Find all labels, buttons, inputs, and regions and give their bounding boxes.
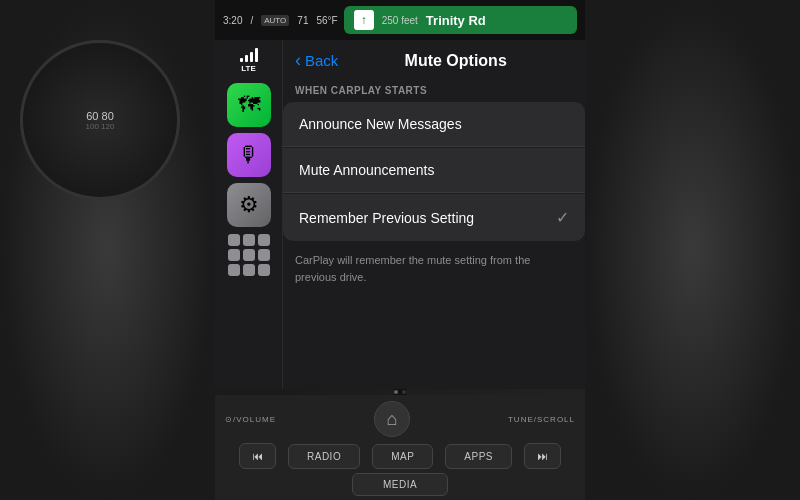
controls-row1: ⊙/VOLUME ⌂ TUNE/SCROLL (215, 401, 585, 437)
settings-icon: ⚙ (239, 192, 259, 218)
grid-dot (243, 264, 255, 276)
dash-right (585, 0, 800, 500)
grid-dot (243, 234, 255, 246)
sidebar-item-grid[interactable] (227, 233, 271, 277)
apps-button[interactable]: APPS (445, 444, 512, 469)
section-header: WHEN CARPLAY STARTS (283, 81, 585, 102)
media-button[interactable]: MEDIA (352, 473, 448, 496)
grid-dot (258, 249, 270, 261)
tune-label: TUNE/SCROLL (508, 415, 575, 424)
nav-distance: 250 feet (382, 15, 418, 26)
signal-bar-4 (255, 48, 258, 62)
speedometer-sublabel: 100 120 (86, 122, 115, 131)
slash: / (250, 15, 253, 26)
temp-inside: 71 (297, 15, 308, 26)
home-icon: ⌂ (387, 409, 398, 430)
home-button[interactable]: ⌂ (374, 401, 410, 437)
temp-outside: 56°F (316, 15, 337, 26)
menu-item-mute[interactable]: Mute Announcements (283, 148, 585, 193)
grid-dot (228, 234, 240, 246)
menu-item-remember-label: Remember Previous Setting (299, 210, 474, 226)
sidebar-item-podcasts[interactable]: 🎙 (227, 133, 271, 177)
center-console: 3:20 / AUTO 71 56°F ↑ 250 feet Trinity R… (215, 0, 585, 500)
signal-area: LTE (240, 48, 258, 73)
radio-button[interactable]: RADIO (288, 444, 360, 469)
lte-label: LTE (241, 64, 256, 73)
speedometer: 60 80 100 120 (20, 40, 180, 200)
maps-icon: 🗺 (238, 92, 260, 118)
map-button[interactable]: MAP (372, 444, 433, 469)
prev-button[interactable]: ⏮ (239, 443, 276, 469)
volume-label: ⊙/VOLUME (225, 415, 276, 424)
grid-dot (243, 249, 255, 261)
signal-bar-2 (245, 55, 248, 62)
back-chevron-icon: ‹ (295, 50, 301, 71)
page-title: Mute Options (338, 52, 573, 70)
menu-item-mute-label: Mute Announcements (299, 162, 434, 178)
back-label: Back (305, 52, 338, 69)
signal-bars (240, 48, 258, 62)
checkmark-icon: ✓ (556, 208, 569, 227)
bottom-indicator (402, 390, 406, 394)
grid-dot (258, 234, 270, 246)
menu-item-announce-label: Announce New Messages (299, 116, 462, 132)
physical-controls: ⊙/VOLUME ⌂ TUNE/SCROLL ⏮ RADIO MAP APPS … (215, 395, 585, 500)
dash-left: 60 80 100 120 (0, 0, 215, 500)
top-bezel: 3:20 / AUTO 71 56°F ↑ 250 feet Trinity R… (215, 0, 585, 40)
menu-list: Announce New Messages Mute Announcements… (283, 102, 585, 242)
nav-bar: ↑ 250 feet Trinity Rd (344, 6, 577, 34)
grid-dot (228, 264, 240, 276)
main-screen: LTE 🗺 🎙 ⚙ (215, 40, 585, 389)
grid-dot (258, 264, 270, 276)
sidebar-item-maps[interactable]: 🗺 (227, 83, 271, 127)
content-top-bar: ‹ Back Mute Options (283, 40, 585, 81)
nav-arrow-icon: ↑ (354, 10, 374, 30)
sidebar-item-settings[interactable]: ⚙ (227, 183, 271, 227)
status-bar: 3:20 / AUTO 71 56°F (223, 15, 338, 26)
description-text: CarPlay will remember the mute setting f… (283, 242, 585, 295)
podcasts-icon: 🎙 (238, 142, 260, 168)
signal-bar-1 (240, 58, 243, 62)
nav-street: Trinity Rd (426, 13, 486, 28)
bottom-indicator (394, 390, 398, 394)
content-area: ‹ Back Mute Options WHEN CARPLAY STARTS … (283, 40, 585, 389)
auto-label: AUTO (261, 15, 289, 26)
grid-dot (228, 249, 240, 261)
signal-bar-3 (250, 52, 253, 62)
menu-item-announce[interactable]: Announce New Messages (283, 102, 585, 147)
sidebar: LTE 🗺 🎙 ⚙ (215, 40, 283, 389)
time-display: 3:20 (223, 15, 242, 26)
back-button[interactable]: ‹ Back (295, 50, 338, 71)
speedometer-label: 60 80 (86, 110, 114, 122)
menu-item-remember[interactable]: Remember Previous Setting ✓ (283, 194, 585, 241)
next-button[interactable]: ⏭ (524, 443, 561, 469)
controls-row2: ⏮ RADIO MAP APPS ⏭ (215, 443, 585, 469)
